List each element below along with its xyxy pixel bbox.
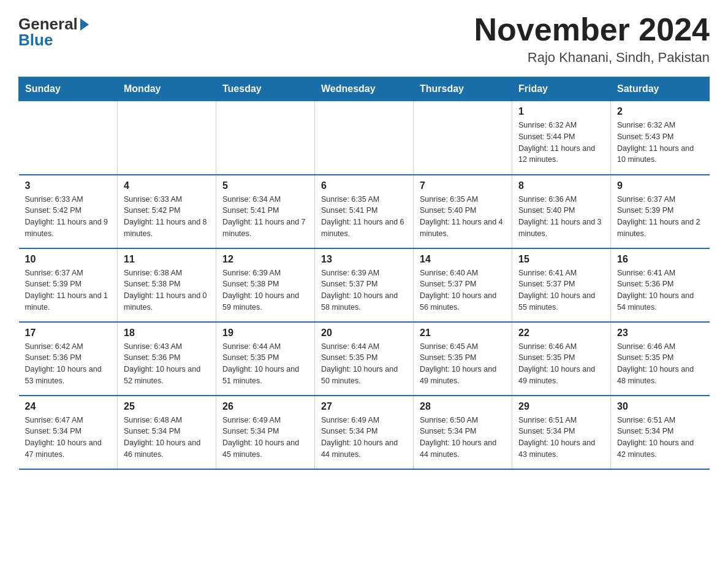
day-info: Sunrise: 6:33 AM Sunset: 5:42 PM Dayligh… <box>124 194 210 240</box>
page-header: General Blue November 2024 Rajo Khanani,… <box>18 12 710 66</box>
calendar-cell: 18Sunrise: 6:43 AM Sunset: 5:36 PM Dayli… <box>118 322 216 396</box>
day-info: Sunrise: 6:40 AM Sunset: 5:37 PM Dayligh… <box>420 267 506 313</box>
day-info: Sunrise: 6:42 AM Sunset: 5:36 PM Dayligh… <box>25 341 112 387</box>
calendar-cell: 10Sunrise: 6:37 AM Sunset: 5:39 PM Dayli… <box>19 248 118 322</box>
day-info: Sunrise: 6:51 AM Sunset: 5:34 PM Dayligh… <box>617 415 703 461</box>
day-number: 4 <box>124 180 210 191</box>
day-info: Sunrise: 6:41 AM Sunset: 5:37 PM Dayligh… <box>518 267 604 313</box>
calendar-cell: 19Sunrise: 6:44 AM Sunset: 5:35 PM Dayli… <box>216 322 315 396</box>
calendar-week-row: 3Sunrise: 6:33 AM Sunset: 5:42 PM Daylig… <box>19 175 710 248</box>
calendar-cell: 13Sunrise: 6:39 AM Sunset: 5:37 PM Dayli… <box>315 248 414 322</box>
day-info: Sunrise: 6:32 AM Sunset: 5:44 PM Dayligh… <box>518 120 604 166</box>
day-number: 12 <box>222 254 308 265</box>
calendar-cell: 27Sunrise: 6:49 AM Sunset: 5:34 PM Dayli… <box>315 396 414 469</box>
calendar-week-row: 1Sunrise: 6:32 AM Sunset: 5:44 PM Daylig… <box>19 101 710 175</box>
day-info: Sunrise: 6:32 AM Sunset: 5:43 PM Dayligh… <box>617 120 703 166</box>
day-info: Sunrise: 6:35 AM Sunset: 5:40 PM Dayligh… <box>420 194 506 240</box>
day-number: 21 <box>420 327 506 339</box>
day-number: 19 <box>222 327 308 339</box>
day-info: Sunrise: 6:45 AM Sunset: 5:35 PM Dayligh… <box>420 341 506 387</box>
day-info: Sunrise: 6:43 AM Sunset: 5:36 PM Dayligh… <box>124 341 210 387</box>
day-number: 23 <box>617 327 703 339</box>
day-number: 1 <box>518 106 604 117</box>
header-saturday: Saturday <box>611 77 710 101</box>
calendar-cell: 6Sunrise: 6:35 AM Sunset: 5:41 PM Daylig… <box>315 175 414 248</box>
calendar-cell: 7Sunrise: 6:35 AM Sunset: 5:40 PM Daylig… <box>414 175 512 248</box>
calendar-cell: 17Sunrise: 6:42 AM Sunset: 5:36 PM Dayli… <box>19 322 118 396</box>
calendar-cell: 24Sunrise: 6:47 AM Sunset: 5:34 PM Dayli… <box>19 396 118 469</box>
day-number: 10 <box>25 254 112 265</box>
location-subtitle: Rajo Khanani, Sindh, Pakistan <box>474 50 710 66</box>
header-thursday: Thursday <box>414 77 512 101</box>
day-info: Sunrise: 6:35 AM Sunset: 5:41 PM Dayligh… <box>321 194 407 240</box>
calendar-cell <box>216 101 315 175</box>
day-number: 29 <box>518 401 604 412</box>
day-info: Sunrise: 6:41 AM Sunset: 5:36 PM Dayligh… <box>617 267 703 313</box>
calendar-header-row: SundayMondayTuesdayWednesdayThursdayFrid… <box>19 77 710 101</box>
calendar-cell: 20Sunrise: 6:44 AM Sunset: 5:35 PM Dayli… <box>315 322 414 396</box>
calendar-cell: 25Sunrise: 6:48 AM Sunset: 5:34 PM Dayli… <box>118 396 216 469</box>
logo: General Blue <box>18 12 89 48</box>
calendar-cell: 5Sunrise: 6:34 AM Sunset: 5:41 PM Daylig… <box>216 175 315 248</box>
day-info: Sunrise: 6:44 AM Sunset: 5:35 PM Dayligh… <box>222 341 308 387</box>
day-info: Sunrise: 6:48 AM Sunset: 5:34 PM Dayligh… <box>124 415 210 461</box>
day-info: Sunrise: 6:34 AM Sunset: 5:41 PM Dayligh… <box>222 194 308 240</box>
calendar-cell: 12Sunrise: 6:39 AM Sunset: 5:38 PM Dayli… <box>216 248 315 322</box>
calendar-cell: 21Sunrise: 6:45 AM Sunset: 5:35 PM Dayli… <box>414 322 512 396</box>
calendar-week-row: 17Sunrise: 6:42 AM Sunset: 5:36 PM Dayli… <box>19 322 710 396</box>
calendar-cell: 15Sunrise: 6:41 AM Sunset: 5:37 PM Dayli… <box>512 248 611 322</box>
day-info: Sunrise: 6:49 AM Sunset: 5:34 PM Dayligh… <box>222 415 308 461</box>
calendar-cell: 16Sunrise: 6:41 AM Sunset: 5:36 PM Dayli… <box>611 248 710 322</box>
month-title: November 2024 <box>474 12 710 47</box>
day-info: Sunrise: 6:38 AM Sunset: 5:38 PM Dayligh… <box>124 267 210 313</box>
calendar-cell: 23Sunrise: 6:46 AM Sunset: 5:35 PM Dayli… <box>611 322 710 396</box>
day-number: 6 <box>321 180 407 191</box>
day-info: Sunrise: 6:50 AM Sunset: 5:34 PM Dayligh… <box>420 415 506 461</box>
day-info: Sunrise: 6:44 AM Sunset: 5:35 PM Dayligh… <box>321 341 407 387</box>
logo-arrow-icon <box>80 18 89 31</box>
day-info: Sunrise: 6:46 AM Sunset: 5:35 PM Dayligh… <box>617 341 703 387</box>
calendar-cell: 14Sunrise: 6:40 AM Sunset: 5:37 PM Dayli… <box>414 248 512 322</box>
calendar-table: SundayMondayTuesdayWednesdayThursdayFrid… <box>18 77 710 470</box>
calendar-cell: 2Sunrise: 6:32 AM Sunset: 5:43 PM Daylig… <box>611 101 710 175</box>
day-info: Sunrise: 6:39 AM Sunset: 5:38 PM Dayligh… <box>222 267 308 313</box>
calendar-cell: 4Sunrise: 6:33 AM Sunset: 5:42 PM Daylig… <box>118 175 216 248</box>
calendar-cell: 29Sunrise: 6:51 AM Sunset: 5:34 PM Dayli… <box>512 396 611 469</box>
day-number: 9 <box>617 180 703 191</box>
calendar-cell: 28Sunrise: 6:50 AM Sunset: 5:34 PM Dayli… <box>414 396 512 469</box>
day-info: Sunrise: 6:36 AM Sunset: 5:40 PM Dayligh… <box>518 194 604 240</box>
header-tuesday: Tuesday <box>216 77 315 101</box>
day-number: 14 <box>420 254 506 265</box>
day-number: 13 <box>321 254 407 265</box>
day-info: Sunrise: 6:49 AM Sunset: 5:34 PM Dayligh… <box>321 415 407 461</box>
day-number: 18 <box>124 327 210 339</box>
calendar-cell: 8Sunrise: 6:36 AM Sunset: 5:40 PM Daylig… <box>512 175 611 248</box>
day-number: 11 <box>124 254 210 265</box>
calendar-cell: 9Sunrise: 6:37 AM Sunset: 5:39 PM Daylig… <box>611 175 710 248</box>
calendar-cell: 3Sunrise: 6:33 AM Sunset: 5:42 PM Daylig… <box>19 175 118 248</box>
header-wednesday: Wednesday <box>315 77 414 101</box>
day-number: 5 <box>222 180 308 191</box>
day-number: 25 <box>124 401 210 412</box>
day-info: Sunrise: 6:47 AM Sunset: 5:34 PM Dayligh… <box>25 415 112 461</box>
calendar-cell: 26Sunrise: 6:49 AM Sunset: 5:34 PM Dayli… <box>216 396 315 469</box>
day-number: 26 <box>222 401 308 412</box>
calendar-cell <box>118 101 216 175</box>
calendar-cell: 11Sunrise: 6:38 AM Sunset: 5:38 PM Dayli… <box>118 248 216 322</box>
calendar-week-row: 24Sunrise: 6:47 AM Sunset: 5:34 PM Dayli… <box>19 396 710 469</box>
header-friday: Friday <box>512 77 611 101</box>
logo-blue-text: Blue <box>18 32 53 48</box>
header-monday: Monday <box>118 77 216 101</box>
calendar-week-row: 10Sunrise: 6:37 AM Sunset: 5:39 PM Dayli… <box>19 248 710 322</box>
calendar-cell <box>19 101 118 175</box>
calendar-cell: 1Sunrise: 6:32 AM Sunset: 5:44 PM Daylig… <box>512 101 611 175</box>
calendar-cell: 30Sunrise: 6:51 AM Sunset: 5:34 PM Dayli… <box>611 396 710 469</box>
day-number: 30 <box>617 401 703 412</box>
day-number: 22 <box>518 327 604 339</box>
calendar-cell: 22Sunrise: 6:46 AM Sunset: 5:35 PM Dayli… <box>512 322 611 396</box>
header-sunday: Sunday <box>19 77 118 101</box>
day-info: Sunrise: 6:46 AM Sunset: 5:35 PM Dayligh… <box>518 341 604 387</box>
day-number: 2 <box>617 106 703 117</box>
day-info: Sunrise: 6:39 AM Sunset: 5:37 PM Dayligh… <box>321 267 407 313</box>
day-number: 3 <box>25 180 112 191</box>
